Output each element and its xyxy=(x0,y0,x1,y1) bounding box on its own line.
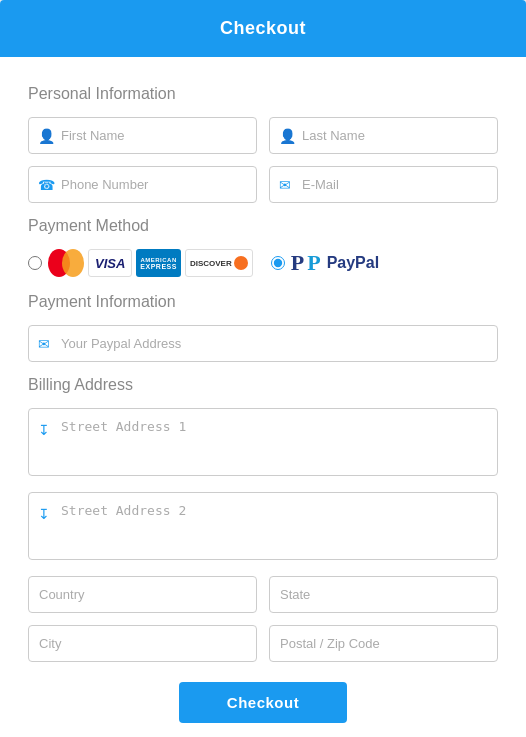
paypal-radio-group[interactable]: P P PayPal xyxy=(271,250,379,276)
payment-method-title: Payment Method xyxy=(28,217,498,235)
first-name-wrap: 👤 xyxy=(28,117,257,154)
payment-info-title: Payment Information xyxy=(28,293,498,311)
person-icon: 👤 xyxy=(38,128,55,144)
street1-icon: ↧ xyxy=(38,422,50,438)
phone-icon: ☎ xyxy=(38,177,55,193)
payment-options: VISA AMERICAN EXPRESS DISCOVER xyxy=(28,249,498,277)
personal-info-title: Personal Information xyxy=(28,85,498,103)
mastercard-logo xyxy=(48,249,84,277)
street2-row: ↧ xyxy=(28,492,498,564)
street1-input[interactable] xyxy=(28,408,498,476)
card-radio[interactable] xyxy=(28,256,42,270)
card-logos: VISA AMERICAN EXPRESS DISCOVER xyxy=(48,249,253,277)
street2-icon: ↧ xyxy=(38,506,50,522)
phone-wrap: ☎ xyxy=(28,166,257,203)
street1-row: ↧ xyxy=(28,408,498,480)
city-input[interactable] xyxy=(28,625,257,662)
paypal-logo: P P PayPal xyxy=(291,250,379,276)
paypal-input[interactable] xyxy=(28,325,498,362)
visa-logo: VISA xyxy=(88,249,132,277)
email-wrap: ✉ xyxy=(269,166,498,203)
phone-input[interactable] xyxy=(28,166,257,203)
paypal-radio[interactable] xyxy=(271,256,285,270)
city-wrap xyxy=(28,625,257,662)
checkout-card: Checkout Personal Information 👤 👤 ☎ ✉ xyxy=(0,0,526,737)
last-name-input[interactable] xyxy=(269,117,498,154)
checkout-body: Personal Information 👤 👤 ☎ ✉ Payment M xyxy=(0,57,526,737)
state-input[interactable] xyxy=(269,576,498,613)
paypal-row: ✉ xyxy=(28,325,498,362)
checkout-button[interactable]: Checkout xyxy=(179,682,347,723)
contact-row: ☎ ✉ xyxy=(28,166,498,203)
country-state-row xyxy=(28,576,498,613)
first-name-input[interactable] xyxy=(28,117,257,154)
discover-logo: DISCOVER xyxy=(185,249,253,277)
paypal-mail-icon: ✉ xyxy=(38,336,50,352)
paypal-wrap: ✉ xyxy=(28,325,498,362)
zip-wrap xyxy=(269,625,498,662)
zip-input[interactable] xyxy=(269,625,498,662)
country-wrap xyxy=(28,576,257,613)
street2-wrap: ↧ xyxy=(28,492,498,564)
billing-address-title: Billing Address xyxy=(28,376,498,394)
last-name-wrap: 👤 xyxy=(269,117,498,154)
country-input[interactable] xyxy=(28,576,257,613)
page-title: Checkout xyxy=(220,18,306,38)
street1-wrap: ↧ xyxy=(28,408,498,480)
person-icon-2: 👤 xyxy=(279,128,296,144)
name-row: 👤 👤 xyxy=(28,117,498,154)
mail-icon: ✉ xyxy=(279,177,291,193)
amex-logo: AMERICAN EXPRESS xyxy=(136,249,181,277)
card-radio-group[interactable]: VISA AMERICAN EXPRESS DISCOVER xyxy=(28,249,253,277)
page-header: Checkout xyxy=(0,0,526,57)
state-wrap xyxy=(269,576,498,613)
city-zip-row xyxy=(28,625,498,662)
street2-input[interactable] xyxy=(28,492,498,560)
email-input[interactable] xyxy=(269,166,498,203)
